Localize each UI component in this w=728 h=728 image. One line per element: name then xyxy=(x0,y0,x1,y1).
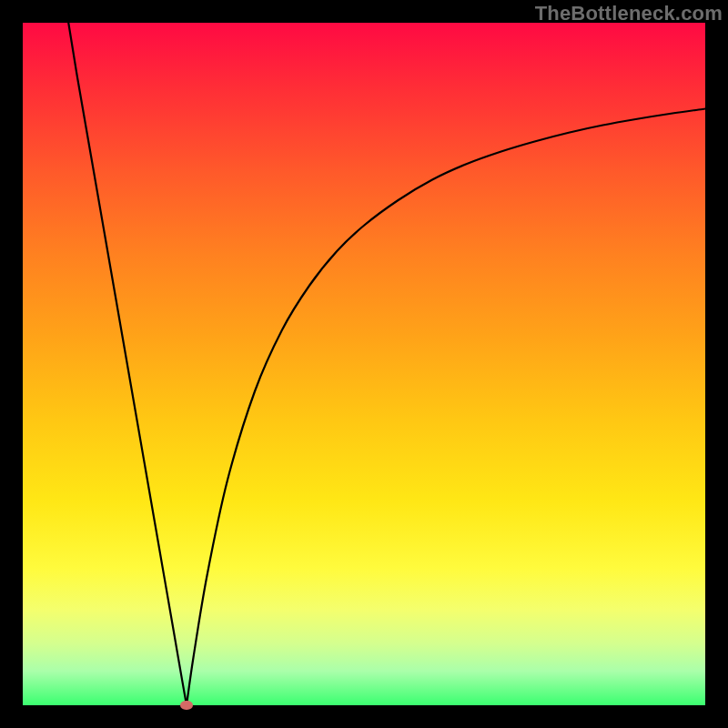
chart-frame xyxy=(23,23,705,705)
gradient-background xyxy=(23,23,705,705)
watermark-text: TheBottleneck.com xyxy=(535,2,723,25)
